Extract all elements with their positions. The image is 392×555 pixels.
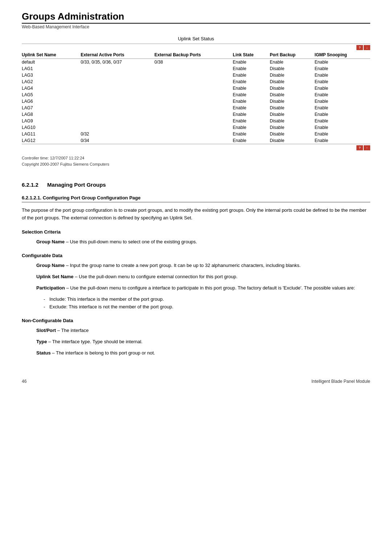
table-cell: LAG6 xyxy=(22,98,81,105)
field-participation: Participation – Use the pull-down menu t… xyxy=(22,284,370,292)
table-cell: Disable xyxy=(270,65,314,72)
col-port-backup: Port Backup xyxy=(270,51,314,59)
table-row: LAG4EnableDisableEnable xyxy=(22,85,370,92)
table-cell xyxy=(154,105,233,111)
table-cell: 0/32 xyxy=(81,131,154,137)
table-cell: Enable xyxy=(233,85,270,92)
table-cell: LAG1 xyxy=(22,65,81,72)
table-cell xyxy=(154,65,233,72)
table-cell: 0/33, 0/35, 0/36, 0/37 xyxy=(81,59,154,66)
table-cell: LAG4 xyxy=(22,85,81,92)
table-cell: Enable xyxy=(233,65,270,72)
field-sep-group-name-sel: – xyxy=(66,239,70,244)
field-desc-slot-port: The interface xyxy=(61,328,89,333)
help-icon-top[interactable]: ? xyxy=(356,45,363,50)
table-cell xyxy=(154,72,233,78)
section-intro: The purpose of the port group configurat… xyxy=(22,207,370,222)
table-cell: Enable xyxy=(315,105,370,111)
field-sep-slot-port: – xyxy=(57,328,61,333)
table-cell: default xyxy=(22,59,81,66)
section-62121-heading: 6.2.1.2.1. Configuring Port Group Config… xyxy=(22,195,370,202)
field-name-participation: Participation xyxy=(36,285,65,291)
field-desc-group-name-sel: Use this pull-down menu to select one of… xyxy=(70,239,197,244)
field-sep-type: – xyxy=(48,339,52,344)
table-cell: LAG5 xyxy=(22,92,81,98)
table-cell: Enable xyxy=(233,92,270,98)
table-cell: 0/38 xyxy=(154,59,233,66)
table-cell xyxy=(154,78,233,85)
table-cell: LAG3 xyxy=(22,72,81,78)
table-cell xyxy=(81,98,154,105)
controller-info: Controller time: 12/7/2007 11:22:24 Copy… xyxy=(22,155,370,167)
table-cell: Disable xyxy=(270,105,314,111)
table-row: LAG10EnableDisableEnable xyxy=(22,124,370,131)
table-cell: Enable xyxy=(233,111,270,118)
field-name-type: Type xyxy=(36,339,47,344)
col-external-active-ports: External Active Ports xyxy=(81,51,154,59)
table-toolbar-top: ? ↓ xyxy=(22,44,370,51)
col-igmp-snooping: IGMP Snooping xyxy=(315,51,370,59)
table-row: LAG1EnableDisableEnable xyxy=(22,65,370,72)
table-cell: Enable xyxy=(315,111,370,118)
table-header: Uplink Set Name External Active Ports Ex… xyxy=(22,51,370,59)
field-name-group-name-conf: Group Name xyxy=(36,263,65,268)
section-621-number: 6.2.1.2 xyxy=(22,182,38,188)
table-cell: Disable xyxy=(270,92,314,98)
up-icon-bottom[interactable]: ↑ xyxy=(364,145,370,150)
non-configurable-data-heading: Non-Configurable Data xyxy=(22,318,370,323)
table-cell: Enable xyxy=(233,72,270,78)
toolbar-icons-bottom: ? ↑ xyxy=(356,145,370,150)
table-cell xyxy=(154,118,233,124)
table-cell xyxy=(154,98,233,105)
field-status: Status – The interface is belong to this… xyxy=(22,349,370,357)
table-cell: LAG8 xyxy=(22,111,81,118)
table-cell xyxy=(154,131,233,137)
page-subtitle: Web-Based Management Interface xyxy=(22,24,370,29)
table-cell: Enable xyxy=(233,98,270,105)
field-name-group-name-sel: Group Name xyxy=(36,239,65,244)
down-icon-top[interactable]: ↓ xyxy=(364,45,370,50)
table-row: LAG110/32EnableDisableEnable xyxy=(22,131,370,137)
table-title: Uplink Set Status xyxy=(22,36,370,41)
field-slot-port: Slot/Port – The interface xyxy=(22,327,370,335)
field-name-uplink-set: Uplink Set Name xyxy=(36,274,74,279)
table-cell: Enable xyxy=(233,124,270,131)
controller-time: Controller time: 12/7/2007 11:22:24 xyxy=(22,155,370,161)
table-cell: Enable xyxy=(233,105,270,111)
table-cell xyxy=(154,92,233,98)
table-cell xyxy=(81,72,154,78)
table-cell: LAG7 xyxy=(22,105,81,111)
table-row: LAG120/34EnableDisableEnable xyxy=(22,137,370,144)
table-cell: Enable xyxy=(315,98,370,105)
bullet-exclude: Exclude: This interface is not the membe… xyxy=(44,303,370,311)
col-uplink-set-name: Uplink Set Name xyxy=(22,51,81,59)
table-cell: Enable xyxy=(315,78,370,85)
field-type: Type – The interface type. Type should b… xyxy=(22,338,370,346)
field-desc-uplink-set: Use the pull-down menu to configure exte… xyxy=(79,274,237,279)
table-cell: Disable xyxy=(270,118,314,124)
table-cell xyxy=(81,78,154,85)
help-icon-bottom[interactable]: ? xyxy=(356,145,363,150)
table-body: default0/33, 0/35, 0/36, 0/370/38EnableE… xyxy=(22,59,370,144)
table-row: LAG6EnableDisableEnable xyxy=(22,98,370,105)
table-cell: Enable xyxy=(315,72,370,78)
table-cell: Disable xyxy=(270,131,314,137)
field-desc-group-name-conf: Input the group name to create a new por… xyxy=(70,263,301,268)
table-cell: Disable xyxy=(270,78,314,85)
table-cell: Enable xyxy=(315,118,370,124)
table-cell: Disable xyxy=(270,98,314,105)
field-group-name-selection: Group Name – Use this pull-down menu to … xyxy=(22,238,370,246)
table-cell: Enable xyxy=(233,78,270,85)
toolbar-icons-top: ? ↓ xyxy=(356,45,370,50)
table-row: default0/33, 0/35, 0/36, 0/370/38EnableE… xyxy=(22,59,370,66)
table-cell: Enable xyxy=(233,118,270,124)
field-desc-participation: Use the pull-down menu to configure a in… xyxy=(70,285,355,291)
table-cell xyxy=(81,65,154,72)
table-cell: 0/34 xyxy=(81,137,154,144)
field-name-slot-port: Slot/Port xyxy=(36,328,56,333)
section-621-heading: 6.2.1.2 Managing Port Groups xyxy=(22,182,370,188)
col-external-backup-ports: External Backup Ports xyxy=(154,51,233,59)
table-cell: Enable xyxy=(315,131,370,137)
table-row: LAG8EnableDisableEnable xyxy=(22,111,370,118)
page-title: Groups Administration xyxy=(22,11,370,24)
